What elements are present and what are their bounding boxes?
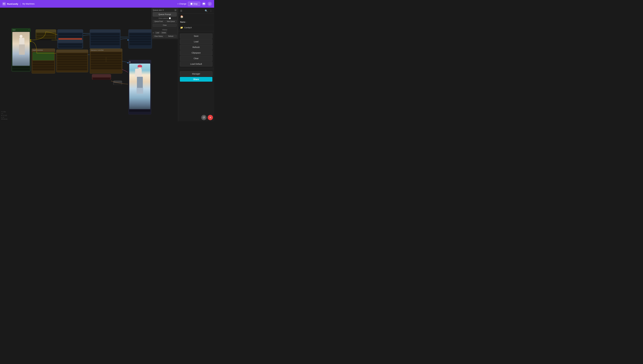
node4-row3 bbox=[91, 38, 120, 40]
logo-icon: RC bbox=[2, 2, 6, 6]
sidebar-header: ☰ 🔍 ⋮ bbox=[178, 8, 214, 14]
op-row3 bbox=[91, 62, 121, 64]
stop-button[interactable]: Stop bbox=[188, 2, 200, 6]
folder-label: ComfyUI bbox=[184, 26, 192, 29]
small-bottom-node[interactable] bbox=[113, 80, 122, 85]
app-name: RunComfy bbox=[7, 3, 18, 5]
refresh-bottom-icon bbox=[202, 116, 205, 119]
node-1[interactable] bbox=[36, 30, 56, 39]
node-3[interactable] bbox=[57, 40, 83, 48]
queue-prompt-button[interactable]: Queue Prompt bbox=[153, 12, 177, 16]
node2-header bbox=[58, 30, 83, 32]
node-canvas[interactable]: Input ••• bbox=[0, 8, 178, 121]
logo-area: RC RunComfy bbox=[2, 2, 18, 6]
middle-node[interactable] bbox=[56, 50, 88, 72]
op-row-pair2 bbox=[91, 60, 121, 62]
node1-body bbox=[36, 32, 56, 41]
m-row1 bbox=[57, 53, 87, 55]
middle-body bbox=[56, 53, 88, 71]
right-blue-node[interactable] bbox=[128, 30, 152, 48]
node3-header bbox=[58, 40, 83, 43]
close-bottom-icon bbox=[209, 116, 212, 119]
queue-settings-icon[interactable]: ⚙ bbox=[174, 9, 177, 11]
node3-row1 bbox=[58, 44, 82, 46]
history-delete-button[interactable]: Delete bbox=[160, 32, 167, 34]
output-image-node[interactable] bbox=[128, 60, 151, 114]
op-row1 bbox=[91, 52, 121, 54]
queue-size-label: Queue size: 0 bbox=[153, 9, 164, 11]
stop-icon bbox=[190, 3, 192, 5]
node1-header bbox=[36, 30, 56, 32]
home-icon[interactable]: 🏠 bbox=[178, 14, 214, 20]
history-section: History 0: Load Delete Clear History Ref… bbox=[153, 28, 177, 38]
hamburger-icon[interactable]: ☰ bbox=[180, 10, 182, 12]
node-4[interactable] bbox=[90, 30, 120, 48]
right-sidebar: ☰ 🔍 ⋮ 🏠 Name ↑ 📁 ComfyUI Save Load Refre… bbox=[178, 8, 214, 121]
share-button[interactable]: Share bbox=[180, 77, 212, 82]
user-avatar[interactable]: J bbox=[208, 2, 212, 6]
discord-icon[interactable] bbox=[202, 2, 206, 6]
m-row6 bbox=[57, 66, 87, 68]
output-row1 bbox=[129, 110, 150, 112]
queue-header: Queue size: 0 ⚙ bbox=[153, 9, 177, 11]
depth-body bbox=[32, 52, 55, 72]
rb-row5 bbox=[130, 43, 151, 45]
person-body bbox=[19, 38, 24, 45]
refresh-button[interactable]: Refresh bbox=[180, 45, 212, 50]
comfyui-folder-item[interactable]: 📁 ComfyUI bbox=[178, 25, 214, 30]
depth-header: Depth ControlNet bbox=[32, 49, 55, 52]
history-refresh-button[interactable]: Refresh bbox=[165, 35, 177, 38]
small-row bbox=[114, 83, 122, 85]
queue-sub-buttons: Queue Front View Queue bbox=[153, 20, 177, 23]
close-queue-button[interactable]: Close bbox=[153, 24, 177, 26]
br-row1 bbox=[93, 78, 110, 80]
node4-row4 bbox=[91, 40, 120, 43]
openpose-header: Openpose ControlNet bbox=[90, 49, 122, 52]
openpose-controlnet-node[interactable]: Openpose ControlNet bbox=[90, 48, 122, 74]
load-button[interactable]: Load bbox=[180, 39, 212, 44]
right-blue-body bbox=[128, 32, 152, 46]
clipspace-button[interactable]: Clipspace bbox=[180, 50, 212, 55]
more-options-icon[interactable]: ⋮ bbox=[210, 10, 212, 12]
extra-options-checkbox[interactable] bbox=[169, 17, 171, 19]
node1-row3 bbox=[36, 38, 55, 40]
queue-panel: Queue size: 0 ⚙ Queue Prompt Extra optio… bbox=[152, 8, 178, 39]
change-button[interactable]: + Change bbox=[177, 3, 186, 5]
sort-asc-icon[interactable]: ↑ bbox=[186, 21, 187, 23]
close-bottom-button[interactable] bbox=[208, 115, 213, 120]
m-row7 bbox=[57, 68, 87, 70]
op-row-pair bbox=[91, 57, 121, 60]
topbar-right: J bbox=[202, 2, 212, 6]
load-default-button[interactable]: Load Default bbox=[180, 62, 212, 66]
anime-shoes bbox=[136, 88, 143, 94]
anime-hair bbox=[138, 65, 142, 67]
history-load-button[interactable]: Load bbox=[155, 32, 160, 34]
manager-button[interactable]: Manager bbox=[180, 71, 212, 76]
view-queue-button[interactable]: View Queue bbox=[165, 20, 177, 23]
clear-history-button[interactable]: Clear History bbox=[153, 35, 164, 38]
rb-row2 bbox=[130, 36, 151, 38]
refresh-bottom-button[interactable] bbox=[201, 115, 206, 120]
name-sort-row: Name ↑ bbox=[178, 20, 214, 25]
bottom-red-body bbox=[92, 77, 111, 81]
input-row2 bbox=[12, 69, 30, 71]
topbar: RC RunComfy | My Machines + Change Stop … bbox=[0, 0, 214, 8]
node2-row1 bbox=[58, 33, 82, 35]
save-button[interactable]: Save bbox=[180, 34, 212, 38]
op-row2 bbox=[91, 55, 121, 57]
clear-button[interactable]: Clear bbox=[180, 56, 212, 61]
topbar-divider: | bbox=[20, 2, 21, 6]
person-head bbox=[20, 35, 22, 38]
name-label: Name bbox=[180, 21, 185, 23]
openpose-body bbox=[90, 52, 122, 70]
input-image-node[interactable]: Input ••• bbox=[12, 28, 30, 72]
depth-controlnet-node[interactable]: Depth ControlNet bbox=[32, 48, 55, 74]
history-item-0: 0: Load Delete bbox=[153, 32, 177, 34]
rb-row1 bbox=[130, 33, 151, 35]
queue-front-button[interactable]: Queue Front bbox=[153, 20, 164, 23]
bottom-red-node[interactable] bbox=[92, 74, 111, 80]
search-icon[interactable]: 🔍 bbox=[205, 10, 208, 12]
node4-row2 bbox=[91, 36, 120, 38]
depth-row2 bbox=[33, 64, 54, 66]
op-sub3 bbox=[91, 60, 106, 62]
